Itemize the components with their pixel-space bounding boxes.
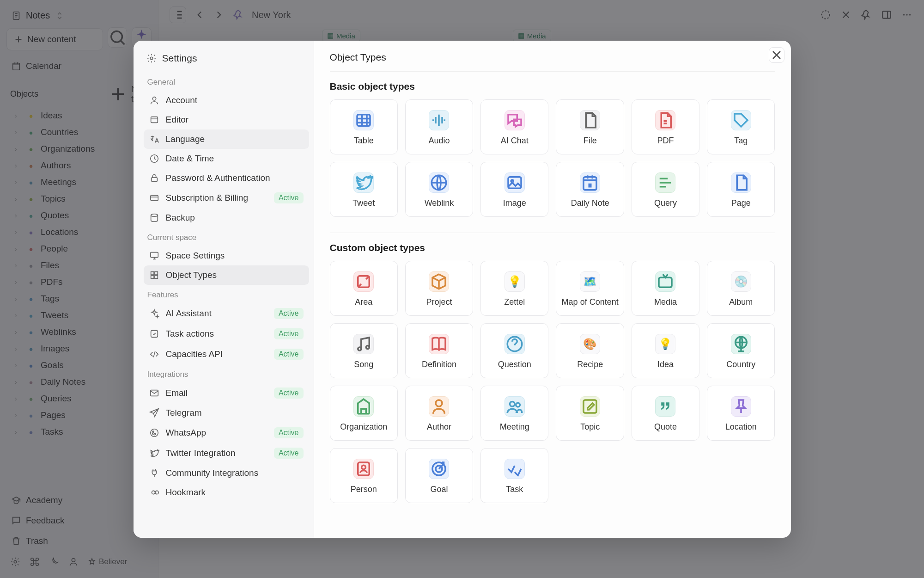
type-card-song[interactable]: Song: [330, 323, 398, 378]
settings-modal: Settings GeneralAccountEditorLanguageDat…: [134, 41, 791, 538]
type-card-map-of-content[interactable]: 🗺️Map of Content: [556, 261, 624, 316]
backup-icon: [149, 213, 159, 223]
type-card-table[interactable]: Table: [330, 99, 398, 154]
type-card-idea[interactable]: 💡Idea: [632, 323, 699, 378]
nav-item-community-integrations[interactable]: Community Integrations: [144, 463, 309, 483]
nav-section-current_space: Current space: [144, 228, 309, 246]
check-icon: [149, 329, 159, 339]
nav-item-capacities-api[interactable]: Capacities APIActive: [144, 344, 309, 364]
infinity-icon: [149, 487, 159, 498]
nav-item-object-types[interactable]: Object Types: [144, 265, 309, 285]
settings-title: Settings: [162, 53, 197, 64]
nav-item-email[interactable]: EmailActive: [144, 383, 309, 403]
nav-item-twitter-integration[interactable]: Twitter IntegrationActive: [144, 443, 309, 463]
type-card-topic[interactable]: Topic: [556, 386, 624, 441]
user-icon: [149, 95, 159, 105]
type-card-location[interactable]: Location: [707, 386, 775, 441]
calendar-icon: [580, 172, 600, 193]
close-button[interactable]: [769, 47, 784, 63]
type-card-organization[interactable]: Organization: [330, 386, 398, 441]
nav-label: AI Assistant: [166, 308, 212, 319]
type-label: Person: [351, 485, 377, 494]
active-badge: Active: [274, 192, 304, 203]
type-card-audio[interactable]: Audio: [405, 99, 473, 154]
type-card-quote[interactable]: Quote: [632, 386, 699, 441]
type-card-album[interactable]: 💿Album: [707, 261, 775, 316]
type-card-image[interactable]: Image: [480, 162, 548, 217]
twitter-icon: [149, 448, 159, 458]
svg-point-41: [362, 465, 366, 469]
nav-item-task-actions[interactable]: Task actionsActive: [144, 324, 309, 344]
nav-label: Space Settings: [166, 251, 225, 261]
type-card-query[interactable]: Query: [632, 162, 699, 217]
type-card-recipe[interactable]: 🎨Recipe: [556, 323, 624, 378]
type-label: Weblink: [425, 198, 454, 208]
type-card-weblink[interactable]: Weblink: [405, 162, 473, 217]
type-card-tweet[interactable]: Tweet: [330, 162, 398, 217]
type-label: Audio: [428, 136, 450, 146]
type-card-task[interactable]: Task: [480, 448, 548, 503]
type-card-tag[interactable]: Tag: [707, 99, 775, 154]
type-label: Quote: [654, 422, 677, 432]
nav-item-language[interactable]: Language: [144, 129, 309, 149]
type-card-country[interactable]: Country: [707, 323, 775, 378]
globe2-icon: [731, 334, 751, 354]
type-card-ai-chat[interactable]: AI Chat: [480, 99, 548, 154]
svg-point-33: [366, 345, 369, 349]
people-icon: [505, 396, 525, 417]
nav-label: Account: [166, 95, 198, 105]
file-icon: [580, 110, 600, 130]
svg-rect-12: [151, 117, 158, 123]
type-card-pdf[interactable]: PDF: [632, 99, 699, 154]
svg-rect-31: [659, 277, 672, 287]
svg-rect-18: [151, 271, 153, 274]
nav-item-hookmark[interactable]: Hookmark: [144, 483, 309, 502]
type-card-goal[interactable]: Goal: [405, 448, 473, 503]
svg-rect-15: [150, 195, 158, 200]
nav-item-space-settings[interactable]: Space Settings: [144, 246, 309, 265]
nav-item-ai-assistant[interactable]: AI AssistantActive: [144, 303, 309, 324]
type-card-zettel[interactable]: 💡Zettel: [480, 261, 548, 316]
type-label: Tweet: [353, 198, 375, 208]
💿-icon: 💿: [731, 271, 751, 292]
pin-icon: [731, 396, 751, 417]
type-label: Area: [355, 297, 372, 307]
type-card-definition[interactable]: Definition: [405, 323, 473, 378]
nav-item-account[interactable]: Account: [144, 91, 309, 110]
type-card-author[interactable]: Author: [405, 386, 473, 441]
nav-item-telegram[interactable]: Telegram: [144, 403, 309, 423]
nav-section-features: Features: [144, 285, 309, 303]
active-badge: Active: [274, 349, 304, 360]
nav-item-subscription-billing[interactable]: Subscription & BillingActive: [144, 188, 309, 208]
type-card-daily-note[interactable]: Daily Note: [556, 162, 624, 217]
nav-item-whatsapp[interactable]: WhatsAppActive: [144, 423, 309, 443]
type-card-page[interactable]: Page: [707, 162, 775, 217]
type-card-media[interactable]: Media: [632, 261, 699, 316]
nav-label: Telegram: [166, 408, 202, 418]
type-card-question[interactable]: Question: [480, 323, 548, 378]
box-icon: [429, 271, 449, 292]
type-card-area[interactable]: Area: [330, 261, 398, 316]
plug-icon: [149, 468, 159, 478]
nav-item-editor[interactable]: Editor: [144, 110, 309, 129]
lock-icon: [149, 173, 159, 183]
type-label: Query: [654, 198, 677, 208]
type-card-project[interactable]: Project: [405, 261, 473, 316]
svg-rect-21: [154, 275, 157, 278]
nav-item-backup[interactable]: Backup: [144, 208, 309, 228]
type-label: Daily Note: [571, 198, 609, 208]
type-card-person[interactable]: Person: [330, 448, 398, 503]
custom-types-header: Custom object types: [330, 242, 775, 253]
nav-item-date-time[interactable]: Date & Time: [144, 149, 309, 168]
type-card-file[interactable]: File: [556, 99, 624, 154]
book-icon: [429, 334, 449, 354]
svg-point-36: [436, 400, 442, 406]
💡-icon: 💡: [505, 271, 525, 292]
target-icon: [429, 459, 449, 479]
sparkle-icon: [149, 308, 159, 319]
nav-label: Password & Authentication: [166, 173, 270, 183]
type-label: Question: [498, 360, 531, 369]
modal-overlay[interactable]: Settings GeneralAccountEditorLanguageDat…: [0, 0, 924, 578]
nav-item-password-authentication[interactable]: Password & Authentication: [144, 168, 309, 188]
type-card-meeting[interactable]: Meeting: [480, 386, 548, 441]
